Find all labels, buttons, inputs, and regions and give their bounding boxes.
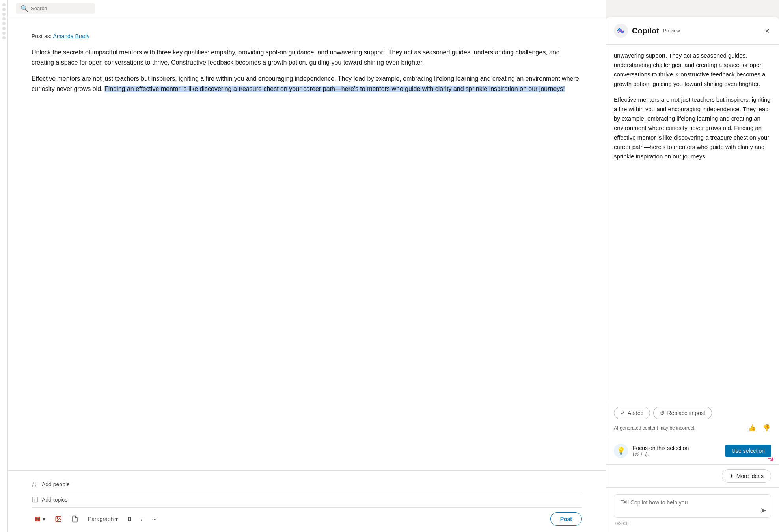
focus-selection-area: 💡 Focus on this selection (⌘ + \). Use s… [606, 437, 779, 464]
copilot-header: Copilot Preview × [606, 17, 779, 45]
added-button[interactable]: ✓ Added [614, 407, 650, 419]
copilot-text: unwavering support. They act as seasoned… [614, 51, 771, 161]
tell-copilot-input[interactable] [614, 494, 771, 518]
add-people-row[interactable]: Add people [32, 477, 582, 492]
sidebar-dot [2, 36, 6, 39]
search-icon: 🔍 [20, 5, 28, 12]
search-bar[interactable]: 🔍 [16, 3, 95, 14]
highlighted-text: Finding an effective mentor is like disc… [104, 86, 565, 92]
cursor-arrow-indicator: ➜ [766, 453, 776, 465]
post-as-label: Post as: Amanda Brady [32, 33, 582, 39]
char-count: 0/2000 [614, 519, 771, 526]
added-button-label: Added [628, 410, 643, 416]
italic-label: I [141, 516, 143, 522]
post-button-label: Post [560, 516, 572, 522]
action-buttons-row: ✓ Added ↺ Replace in post [614, 407, 771, 419]
add-people-icon [32, 481, 39, 488]
focus-bulb-icon: 💡 [614, 444, 628, 458]
copilot-actions: ✓ Added ↺ Replace in post AI-generated c… [606, 402, 779, 437]
sidebar-dot [2, 8, 6, 11]
tell-copilot-wrapper: ➤ [614, 494, 771, 519]
replace-icon: ↺ [660, 410, 665, 416]
image-button[interactable] [52, 514, 65, 524]
sidebar-dot [2, 17, 6, 20]
more-ideas-label: More ideas [736, 473, 764, 479]
copilot-preview-badge: Preview [663, 28, 680, 33]
use-selection-label: Use selection [732, 448, 765, 454]
focus-title: Focus on this selection [633, 445, 721, 451]
copilot-title-area: Copilot Preview [614, 24, 680, 38]
main-area: 🔍 Post as: Amanda Brady Unlock the secre… [8, 0, 606, 532]
copilot-title: Copilot [632, 26, 659, 35]
ai-disclaimer: AI-generated content may be incorrect [614, 425, 743, 431]
thumbup-button[interactable]: 👍 [747, 423, 757, 432]
paragraph-label: Paragraph [88, 516, 114, 522]
sidebar-dot [2, 13, 6, 16]
add-topics-row[interactable]: Add topics [32, 492, 582, 508]
paragraph-1: Unlock the secrets of impactful mentors … [32, 47, 582, 67]
focus-shortcut: (⌘ + \). [633, 451, 721, 457]
post-type-button[interactable]: ▾ [32, 514, 48, 524]
bottom-toolbar: Add people Add topics ▾ [8, 470, 606, 532]
sidebar-dot [2, 27, 6, 30]
post-container: Post as: Amanda Brady Unlock the secrets… [8, 17, 606, 470]
paragraph-chevron: ▾ [115, 516, 118, 522]
feedback-row: AI-generated content may be incorrect 👍 … [614, 423, 771, 432]
thumbup-icon: 👍 [748, 424, 756, 431]
search-input[interactable] [31, 6, 86, 11]
thumbdown-icon: 👎 [762, 424, 770, 431]
add-people-label: Add people [42, 481, 70, 487]
post-type-chevron: ▾ [43, 516, 45, 522]
document-icon [71, 515, 78, 523]
copilot-paragraph-2: Effective mentors are not just teachers … [614, 95, 771, 161]
author-link[interactable]: Amanda Brady [53, 33, 89, 39]
replace-in-post-label: Replace in post [667, 410, 705, 416]
more-ideas-button[interactable]: ✦ More ideas [722, 469, 771, 483]
add-topics-label: Add topics [42, 497, 67, 503]
tell-copilot-area: ➤ 0/2000 [606, 487, 779, 532]
svg-rect-3 [32, 497, 38, 502]
copilot-logo-icon [614, 24, 628, 38]
paragraph-dropdown[interactable]: Paragraph ▾ [85, 514, 121, 524]
use-selection-button[interactable]: Use selection ➜ [725, 445, 771, 457]
image-icon [55, 515, 62, 523]
send-button[interactable]: ➤ [760, 506, 766, 515]
svg-point-0 [33, 482, 35, 484]
italic-button[interactable]: I [138, 514, 146, 524]
thumbdown-button[interactable]: 👎 [762, 423, 771, 432]
post-content[interactable]: Unlock the secrets of impactful mentors … [32, 47, 582, 94]
add-topics-icon [32, 496, 39, 503]
bold-label: B [127, 516, 131, 522]
sidebar-dot [2, 22, 6, 25]
paragraph-2: Effective mentors are not just teachers … [32, 74, 582, 94]
more-format-label: ··· [152, 516, 157, 522]
format-bar: ▾ Paragraph ▾ B [32, 508, 582, 526]
sparkle-icon: ✦ [729, 473, 734, 479]
copilot-close-button[interactable]: × [763, 25, 771, 37]
more-ideas-row: ✦ More ideas [606, 464, 779, 487]
checkmark-icon: ✓ [621, 410, 625, 416]
copilot-content: unwavering support. They act as seasoned… [606, 45, 779, 402]
sidebar-dot [2, 32, 6, 35]
post-button[interactable]: Post [550, 512, 582, 526]
sidebar-dot [2, 3, 6, 6]
top-bar: 🔍 [8, 0, 606, 17]
focus-text-area: Focus on this selection (⌘ + \). [633, 445, 721, 457]
document-button[interactable] [68, 514, 82, 524]
copilot-panel: Copilot Preview × unwavering support. Th… [606, 17, 779, 532]
replace-in-post-button[interactable]: ↺ Replace in post [653, 407, 712, 419]
copilot-paragraph-1: unwavering support. They act as seasoned… [614, 51, 771, 89]
more-format-button[interactable]: ··· [149, 514, 160, 524]
svg-point-13 [619, 29, 622, 32]
svg-point-11 [57, 517, 58, 518]
bold-button[interactable]: B [124, 514, 134, 524]
post-type-icon [35, 516, 41, 522]
send-icon: ➤ [760, 506, 766, 514]
left-sidebar [0, 0, 8, 532]
